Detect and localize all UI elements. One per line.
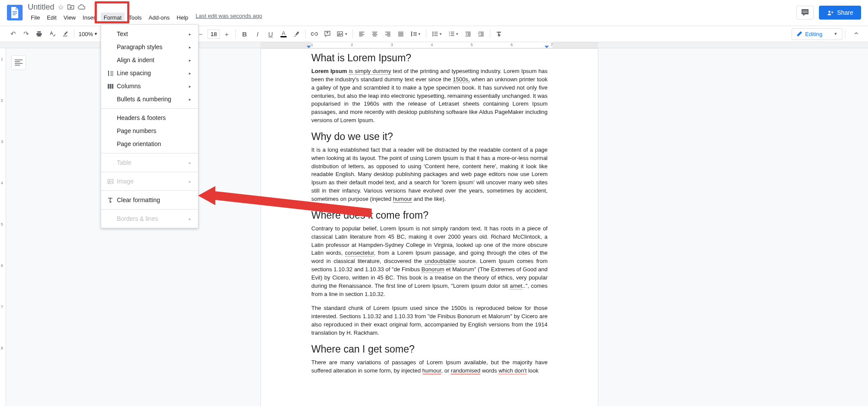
columns-icon — [107, 83, 117, 90]
menu-file[interactable]: File — [28, 13, 43, 23]
menu-view[interactable]: View — [60, 13, 79, 23]
editing-mode-select[interactable]: Editing ▼ — [792, 28, 842, 40]
format-menu-item-borders-lines: Borders & lines▸ — [101, 212, 198, 225]
menu-item-label: Clear formatting — [117, 196, 191, 203]
clear-format-icon — [107, 197, 117, 203]
font-size-input[interactable]: 18 — [208, 30, 220, 39]
zoom-select[interactable]: 100% ▼ — [77, 30, 99, 38]
doc-heading[interactable]: Where does it come from? — [311, 210, 548, 221]
paint-format-button[interactable] — [59, 28, 71, 40]
format-menu-item-table: Table▸ — [101, 156, 198, 169]
doc-paragraph[interactable]: Lorem Ipsum is simply dummy text of the … — [311, 67, 548, 125]
move-folder-icon[interactable] — [67, 3, 74, 11]
menu-add-ons[interactable]: Add-ons — [145, 13, 172, 23]
share-button[interactable]: Share — [819, 6, 861, 20]
doc-paragraph[interactable]: It is a long established fact that a rea… — [311, 146, 548, 203]
doc-paragraph[interactable]: The standard chunk of Lorem Ipsum used s… — [311, 304, 548, 337]
submenu-arrow-icon: ▸ — [189, 58, 191, 63]
document-page[interactable]: What is Lorem Ipsum?Lorem Ipsum is simpl… — [261, 48, 598, 406]
doc-paragraph[interactable]: Contrary to popular belief, Lorem Ipsum … — [311, 225, 548, 299]
format-menu-item-page-numbers[interactable]: Page numbers — [101, 124, 198, 137]
image-icon — [107, 178, 117, 185]
last-edit-link[interactable]: Last edit was seconds ago — [196, 13, 262, 23]
font-size-increase[interactable]: + — [221, 28, 233, 40]
doc-heading[interactable]: Why do we use it? — [311, 131, 548, 143]
menu-help[interactable]: Help — [174, 13, 191, 23]
bulleted-list-button[interactable]: ▼ — [446, 28, 461, 40]
menu-item-label: Line spacing — [117, 70, 189, 77]
menu-item-label: Text — [117, 30, 189, 37]
outline-toggle-button[interactable] — [11, 55, 26, 70]
format-menu-item-headers-footers[interactable]: Headers & footers — [101, 111, 198, 124]
submenu-arrow-icon: ▸ — [189, 32, 191, 37]
comments-button[interactable] — [796, 6, 814, 20]
italic-button[interactable]: I — [251, 28, 264, 40]
svg-point-0 — [828, 11, 830, 13]
menu-format[interactable]: Format — [101, 13, 125, 23]
menu-item-label: Page numbers — [117, 127, 191, 134]
text-color-button[interactable]: A — [277, 28, 290, 40]
redo-button[interactable]: ↷ — [20, 28, 32, 40]
svg-point-2 — [339, 33, 340, 34]
clear-format-button[interactable] — [493, 28, 505, 40]
svg-rect-8 — [112, 84, 114, 89]
menu-insert[interactable]: Insert — [79, 13, 100, 23]
indent-increase-button[interactable] — [475, 28, 487, 40]
comment-button[interactable] — [321, 28, 333, 40]
vertical-ruler[interactable]: 12345678 — [0, 48, 6, 406]
image-insert-button[interactable]: ▼ — [334, 28, 350, 40]
menu-item-label: Bullets & numbering — [117, 96, 189, 103]
doc-heading[interactable]: Where can I get some? — [311, 343, 548, 355]
bold-button[interactable]: B — [238, 28, 251, 40]
format-menu-item-paragraph-styles[interactable]: Paragraph styles▸ — [101, 40, 198, 53]
doc-paragraph[interactable]: There are many variations of passages of… — [311, 359, 548, 375]
menu-edit[interactable]: Edit — [44, 13, 59, 23]
format-menu-item-text[interactable]: Text▸ — [101, 27, 198, 40]
submenu-arrow-icon: ▸ — [189, 45, 191, 50]
submenu-arrow-icon: ▸ — [189, 84, 191, 89]
collapse-toolbar-button[interactable] — [851, 28, 861, 40]
svg-point-4 — [432, 33, 433, 35]
format-menu-item-page-orientation[interactable]: Page orientation — [101, 137, 198, 150]
line-spacing-icon — [107, 70, 117, 77]
align-justify-button[interactable] — [395, 28, 407, 40]
align-right-button[interactable] — [382, 28, 394, 40]
svg-point-10 — [109, 180, 110, 181]
print-button[interactable] — [33, 28, 45, 40]
svg-rect-7 — [110, 84, 112, 89]
format-menu-item-align-indent[interactable]: Align & indent▸ — [101, 53, 198, 67]
submenu-arrow-icon: ▸ — [189, 97, 191, 102]
submenu-arrow-icon: ▸ — [189, 216, 191, 221]
spellcheck-button[interactable] — [46, 28, 58, 40]
undo-button[interactable]: ↶ — [7, 28, 19, 40]
cloud-status-icon[interactable] — [78, 3, 86, 11]
align-center-button[interactable] — [369, 28, 381, 40]
format-menu-item-line-spacing[interactable]: Line spacing▸ — [101, 67, 198, 80]
svg-point-3 — [432, 32, 433, 33]
submenu-arrow-icon: ▸ — [189, 179, 191, 184]
menu-item-label: Page orientation — [117, 140, 191, 147]
menu-item-label: Align & indent — [117, 57, 189, 63]
menu-item-label: Headers & footers — [117, 114, 191, 121]
menu-item-label: Image — [117, 178, 189, 185]
format-menu-item-columns[interactable]: Columns▸ — [101, 80, 198, 93]
menu-tools[interactable]: Tools — [125, 13, 145, 23]
align-left-button[interactable] — [356, 28, 368, 40]
menu-item-label: Borders & lines — [117, 215, 189, 222]
format-menu-item-clear-formatting[interactable]: Clear formatting — [101, 193, 198, 206]
share-label: Share — [837, 9, 853, 16]
highlight-button[interactable] — [290, 28, 303, 40]
format-menu-item-bullets-numbering[interactable]: Bullets & numbering▸ — [101, 93, 198, 106]
checklist-button[interactable]: ▼ — [429, 28, 445, 40]
underline-button[interactable]: U — [264, 28, 277, 40]
document-title[interactable]: Untitled — [28, 3, 54, 12]
docs-logo[interactable] — [7, 5, 23, 20]
link-button[interactable] — [308, 28, 320, 40]
indent-decrease-button[interactable] — [462, 28, 474, 40]
star-icon[interactable]: ☆ — [58, 3, 64, 11]
menu-item-label: Table — [117, 159, 189, 166]
svg-rect-6 — [108, 84, 109, 89]
format-menu-item-image: Image▸ — [101, 175, 198, 188]
line-spacing-button[interactable]: ▼ — [408, 28, 423, 40]
doc-heading[interactable]: What is Lorem Ipsum? — [311, 52, 548, 64]
